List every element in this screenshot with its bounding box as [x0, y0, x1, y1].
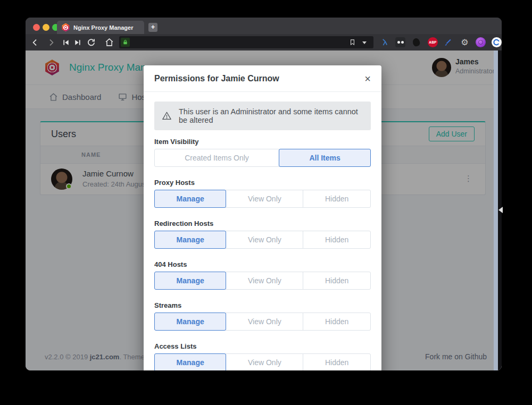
permission-group-label: Access Lists	[154, 342, 371, 350]
back-icon[interactable]	[30, 37, 40, 47]
adblock-plus-extension-icon[interactable]: ABP	[428, 37, 438, 47]
close-icon[interactable]: ×	[364, 73, 371, 84]
new-tab-button[interactable]: +	[148, 23, 157, 32]
browser-window: Nginx Proxy Manager +	[26, 18, 502, 370]
skip-to-start-icon[interactable]	[61, 37, 71, 47]
forward-icon[interactable]	[46, 37, 56, 47]
option-view-only[interactable]: View Only	[226, 231, 303, 249]
blue-circle-extension-icon[interactable]	[492, 37, 502, 47]
warning-triangle-icon	[162, 111, 172, 121]
browser-tab[interactable]: Nginx Proxy Manager	[57, 21, 144, 34]
permission-group-label: 404 Hosts	[154, 260, 371, 268]
option-manage[interactable]: Manage	[154, 313, 226, 331]
minimize-window-button[interactable]	[43, 24, 49, 31]
permissions-modal: Permissions for Jamie Curnow × This user…	[144, 65, 381, 370]
url-bar[interactable]	[119, 36, 373, 48]
permission-group-label: Streams	[154, 301, 371, 309]
browser-titlebar: Nginx Proxy Manager +	[26, 18, 502, 34]
bookmark-icon[interactable]	[349, 38, 356, 46]
modal-body: This user is an Administrator and some i…	[144, 92, 381, 370]
tampermonkey-extension-icon[interactable]	[395, 37, 405, 47]
option-hidden[interactable]: Hidden	[303, 353, 371, 370]
desktop-background: Nginx Proxy Manager +	[0, 0, 532, 405]
npm-favicon-icon	[62, 23, 70, 32]
pen-extension-icon[interactable]	[443, 37, 453, 47]
option-manage[interactable]: Manage	[154, 231, 226, 249]
option-hidden[interactable]: Hidden	[303, 190, 371, 208]
option-view-only[interactable]: View Only	[226, 353, 303, 370]
tab-title: Nginx Proxy Manager	[73, 24, 133, 31]
admin-alert-text: This user is an Administrator and some i…	[179, 107, 363, 124]
permission-group-label: Redirection Hosts	[154, 220, 371, 227]
permission-option-group: ManageView OnlyHidden	[154, 272, 371, 290]
permission-group-label: Proxy Hosts	[154, 179, 371, 187]
admin-alert: This user is an Administrator and some i…	[154, 102, 371, 130]
option-view-only[interactable]: View Only	[226, 272, 303, 290]
purple-circle-extension-icon[interactable]	[476, 37, 486, 47]
permission-option-group: ManageView OnlyHidden	[154, 353, 371, 370]
option-all-items[interactable]: All Items	[279, 149, 371, 167]
gear-extension-icon[interactable]: ⚙	[460, 37, 470, 47]
option-hidden[interactable]: Hidden	[303, 272, 371, 290]
option-hidden[interactable]: Hidden	[303, 313, 371, 331]
skip-to-end-icon[interactable]	[72, 37, 82, 47]
home-icon[interactable]	[104, 37, 114, 47]
bookmark-dropdown-caret-icon[interactable]	[362, 41, 367, 46]
permission-option-group: ManageView OnlyHidden	[154, 313, 371, 331]
reload-icon[interactable]	[86, 37, 96, 47]
panel-reveal-arrow-icon[interactable]	[498, 207, 503, 213]
option-hidden[interactable]: Hidden	[303, 231, 371, 249]
vertical-scrollbar[interactable]	[494, 50, 498, 370]
permission-option-group: ManageView OnlyHidden	[154, 190, 371, 208]
option-manage[interactable]: Manage	[154, 190, 226, 208]
permission-group-label: Item Visibility	[154, 138, 371, 146]
option-created-items-only[interactable]: Created Items Only	[154, 149, 279, 167]
browser-viewport: Nginx Proxy Manager James Administrator …	[26, 50, 502, 370]
close-window-button[interactable]	[33, 24, 40, 31]
modal-title: Permissions for Jamie Curnow	[154, 74, 279, 83]
option-manage[interactable]: Manage	[154, 353, 226, 370]
permission-option-group: Created Items OnlyAll Items	[154, 149, 371, 167]
permission-option-group: ManageView OnlyHidden	[154, 231, 371, 249]
option-view-only[interactable]: View Only	[226, 313, 303, 331]
option-view-only[interactable]: View Only	[226, 190, 303, 208]
modal-header: Permissions for Jamie Curnow ×	[144, 65, 381, 92]
gnome-foot-extension-icon[interactable]	[411, 37, 421, 47]
permission-groups: Item VisibilityCreated Items OnlyAll Ite…	[154, 138, 371, 370]
padlock-icon[interactable]	[121, 38, 130, 47]
browser-toolbar: ABP ⚙	[26, 34, 502, 50]
option-manage[interactable]: Manage	[154, 272, 226, 290]
walking-legs-extension-icon[interactable]	[380, 37, 390, 47]
